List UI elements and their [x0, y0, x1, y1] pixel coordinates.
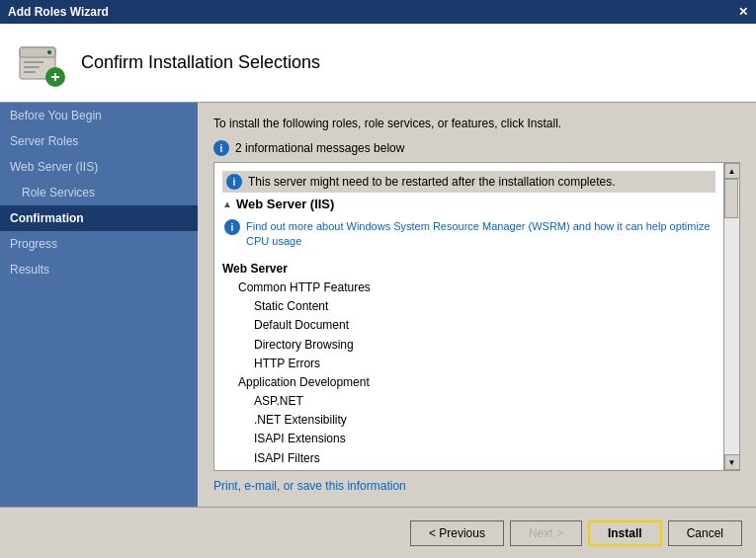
alert-icon: i [226, 174, 242, 190]
scrollbar[interactable]: ▲ ▼ [723, 163, 739, 470]
intro-text: To install the following roles, role ser… [213, 117, 740, 130]
sidebar-item-server-roles[interactable]: Server Roles [0, 128, 198, 154]
wizard-header-icon [16, 38, 67, 89]
tree-item: Server Side Includes [222, 468, 715, 470]
alert-row: i This server might need to be restarted… [222, 171, 715, 193]
tree-item: ASP.NET [222, 392, 715, 411]
scroll-content[interactable]: i This server might need to be restarted… [214, 163, 723, 470]
sidebar-item-results[interactable]: Results [0, 257, 198, 282]
sidebar-item-confirmation[interactable]: Confirmation [0, 205, 198, 231]
info-icon: i [213, 140, 229, 156]
scrollbar-track[interactable] [724, 179, 739, 454]
wsrm-link[interactable]: Find out more about Windows System Resou… [246, 220, 711, 247]
scroll-panel: i This server might need to be restarted… [213, 162, 740, 471]
collapse-icon[interactable]: ▲ [222, 199, 232, 209]
tree-item: ISAPI Extensions [222, 430, 715, 448]
wizard-main: To install the following roles, role ser… [198, 103, 756, 507]
tree-item: Application Development [222, 373, 715, 392]
tree-item: HTTP Errors [222, 355, 715, 373]
previous-button[interactable]: < Previous [410, 520, 504, 546]
cancel-button[interactable]: Cancel [668, 520, 742, 546]
next-button[interactable]: Next > [510, 520, 582, 546]
svg-rect-3 [24, 61, 43, 63]
tree-container: Web ServerCommon HTTP FeaturesStatic Con… [222, 260, 715, 470]
sidebar-item-progress[interactable]: Progress [0, 231, 198, 257]
title-bar-label: Add Roles Wizard [8, 5, 109, 19]
tree-item: Directory Browsing [222, 336, 715, 355]
tree-item: Static Content [222, 297, 715, 316]
sidebar-item-role-services[interactable]: Role Services [0, 180, 198, 205]
bottom-link-container: Print, e-mail, or save this information [213, 479, 740, 493]
warning-text: Find out more about Windows System Resou… [246, 219, 714, 250]
scrollbar-thumb[interactable] [724, 179, 738, 218]
svg-rect-5 [24, 71, 36, 73]
tree-item: .NET Extensibility [222, 411, 715, 430]
sidebar-item-web-server-(iis)[interactable]: Web Server (IIS) [0, 154, 198, 180]
tree-item: ISAPI Filters [222, 449, 715, 468]
alert-text: This server might need to be restarted a… [248, 175, 616, 189]
scroll-up-btn[interactable]: ▲ [724, 163, 740, 179]
svg-point-2 [47, 50, 51, 54]
svg-rect-8 [54, 73, 56, 81]
wizard-footer: < Previous Next > Install Cancel [0, 507, 756, 558]
tree-item: Default Document [222, 316, 715, 335]
sidebar-item-before-you-begin[interactable]: Before You Begin [0, 103, 198, 128]
close-icon[interactable]: ✕ [738, 5, 748, 19]
print-save-link[interactable]: Print, e-mail, or save this information [213, 479, 406, 493]
page-title: Confirm Installation Selections [81, 52, 320, 73]
tree-item: Common HTTP Features [222, 279, 715, 297]
warning-row: i Find out more about Windows System Res… [222, 217, 715, 252]
svg-rect-4 [24, 66, 40, 68]
section-title: Web Server (IIS) [236, 197, 334, 211]
tree-item: Web Server [222, 260, 715, 279]
scroll-down-btn[interactable]: ▼ [724, 454, 740, 470]
info-banner: i 2 informational messages below [213, 140, 740, 156]
section-header: ▲ Web Server (IIS) [222, 197, 715, 211]
info-banner-text: 2 informational messages below [235, 141, 404, 155]
install-button[interactable]: Install [588, 520, 662, 546]
wizard-sidebar: Before You BeginServer RolesWeb Server (… [0, 103, 198, 507]
warning-icon: i [224, 219, 240, 235]
